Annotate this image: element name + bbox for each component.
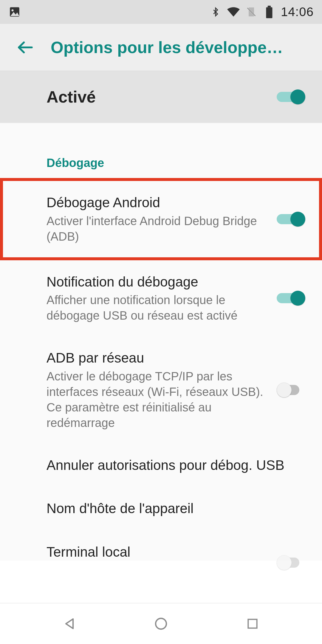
- svg-point-1: [12, 9, 14, 11]
- switch-android-debugging[interactable]: [277, 211, 305, 227]
- svg-rect-4: [266, 7, 272, 18]
- master-toggle-row[interactable]: Activé: [0, 71, 322, 123]
- picture-icon: [8, 6, 21, 18]
- svg-rect-5: [268, 6, 271, 7]
- setting-revoke-usb[interactable]: Annuler autorisations pour débog. USB: [0, 444, 322, 487]
- master-toggle-switch[interactable]: [277, 89, 305, 105]
- setting-desc: Activer l'interface Android Debug Bridge…: [47, 213, 265, 244]
- setting-title: Débogage Android: [47, 194, 265, 211]
- nav-recents-button[interactable]: [235, 613, 270, 634]
- section-header-debugging: Débogage: [0, 156, 322, 178]
- switch-adb-network[interactable]: [277, 382, 305, 398]
- settings-scroll[interactable]: Débogage Débogage Android Activer l'inte…: [0, 123, 322, 603]
- page-title: Options pour les développe…: [51, 38, 283, 57]
- status-time: 14:06: [281, 5, 314, 19]
- highlight-android-debugging: Débogage Android Activer l'interface And…: [0, 178, 322, 260]
- setting-title: ADB par réseau: [47, 349, 265, 367]
- setting-title: Terminal local: [47, 544, 265, 561]
- bluetooth-icon: [209, 6, 222, 18]
- nav-home-button[interactable]: [143, 613, 179, 634]
- switch-debug-notification[interactable]: [277, 290, 305, 306]
- svg-rect-8: [248, 619, 257, 628]
- no-sim-icon: [245, 6, 258, 18]
- battery-icon: [263, 6, 275, 18]
- setting-debug-notification[interactable]: Notification du débogage Afficher une no…: [0, 260, 322, 337]
- setting-device-hostname[interactable]: Nom d'hôte de l'appareil: [0, 487, 322, 530]
- status-left: [8, 6, 21, 18]
- switch-local-terminal[interactable]: [277, 555, 305, 571]
- master-toggle-label: Activé: [47, 87, 96, 106]
- app-bar: Options pour les développe…: [0, 24, 322, 71]
- setting-title: Nom d'hôte de l'appareil: [47, 500, 293, 517]
- setting-desc: Afficher une notification lorsque le déb…: [47, 292, 265, 323]
- wifi-icon: [227, 6, 240, 18]
- setting-local-terminal[interactable]: Terminal local: [0, 530, 322, 561]
- navigation-bar: [0, 603, 322, 644]
- setting-title: Annuler autorisations pour débog. USB: [47, 457, 293, 474]
- setting-title: Notification du débogage: [47, 273, 265, 291]
- setting-desc: Activer le débogage TCP/IP par les inter…: [47, 369, 265, 431]
- setting-android-debugging[interactable]: Débogage Android Activer l'interface And…: [3, 181, 319, 257]
- back-button[interactable]: [12, 34, 39, 61]
- nav-back-button[interactable]: [52, 613, 87, 634]
- setting-adb-network[interactable]: ADB par réseau Activer le débogage TCP/I…: [0, 336, 322, 444]
- status-bar: 14:06: [0, 0, 322, 24]
- svg-point-7: [156, 618, 166, 629]
- status-right: 14:06: [209, 5, 314, 19]
